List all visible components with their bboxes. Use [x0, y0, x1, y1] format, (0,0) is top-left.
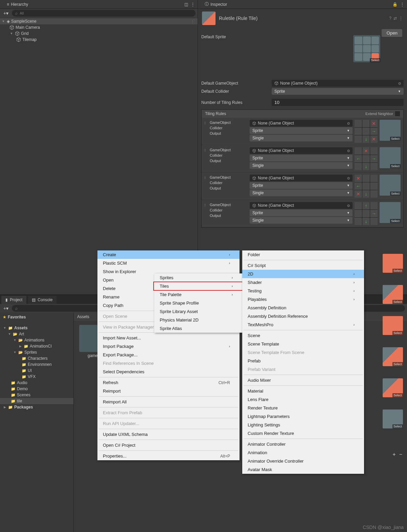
ui-folder[interactable]: 📁UI — [0, 368, 73, 374]
menu-audio-mixer[interactable]: Audio Mixer — [242, 376, 364, 384]
grid-cell[interactable] — [362, 155, 370, 162]
menu-prefab[interactable]: Prefab — [242, 357, 364, 365]
grid-cell[interactable] — [362, 120, 370, 127]
rule-gameobject-field[interactable]: None (Game Object⊙ — [250, 175, 353, 181]
grid-cell[interactable] — [370, 175, 378, 182]
vfx-folder[interactable]: 📁VFX — [0, 374, 73, 380]
animationcl-folder[interactable]: ▶📁AnimationCl — [0, 343, 73, 349]
menu-tiles[interactable]: Tiles› — [154, 282, 242, 290]
rule-neighbor-grid[interactable]: ✕←✕↓ — [355, 175, 378, 198]
menu-icon[interactable]: ⋮ — [191, 2, 195, 7]
menu-assembly-def[interactable]: Assembly Definition — [242, 304, 364, 312]
menu-scene-template[interactable]: Scene Template — [242, 340, 364, 348]
rule-collider-dropdown[interactable]: Sprite▼ — [250, 209, 353, 216]
grid-cell[interactable] — [355, 147, 362, 155]
menu-lens-flare[interactable]: Lens Flare — [242, 395, 364, 404]
menu-render-texture[interactable]: Render Texture — [242, 404, 364, 412]
tiling-rule-item[interactable]: ≡≡ GameObject Collider Output None (Game… — [202, 200, 403, 227]
menu-select-dependencies[interactable]: Select Dependencies — [97, 368, 240, 376]
rule-gameobject-field[interactable]: None (Game Object⊙ — [250, 120, 353, 127]
tiling-rule-item[interactable]: ≡≡ GameObject Collider Output None (Game… — [202, 173, 403, 200]
drag-handle[interactable]: ≡≡ — [204, 175, 208, 179]
menu-sprites[interactable]: Sprites› — [154, 273, 242, 282]
menu-import-new-asset[interactable]: Import New Asset... — [97, 334, 240, 342]
menu-tile-palette[interactable]: Tile Palette› — [154, 290, 242, 299]
menu-sprite-atlas[interactable]: Sprite Atlas — [154, 324, 242, 333]
item-menu[interactable]: ⋮ — [191, 20, 196, 23]
preset-icon[interactable]: ⇄ — [393, 16, 397, 21]
menu-animation[interactable]: Animation — [242, 448, 364, 457]
search-input[interactable] — [20, 11, 192, 15]
menu-shader[interactable]: Shader› — [242, 278, 364, 287]
menu-playables[interactable]: Playables› — [242, 295, 364, 304]
grid-cell[interactable] — [370, 202, 378, 209]
menu-textmeshpro[interactable]: TextMeshPro› — [242, 320, 364, 329]
grid-cell[interactable] — [362, 182, 370, 190]
menu-custom-render-texture[interactable]: Custom Render Texture — [242, 429, 364, 438]
main-camera-item[interactable]: Main Camera — [0, 24, 198, 30]
rule-thumb[interactable]: Select — [383, 409, 403, 428]
grid-cell[interactable] — [355, 210, 362, 217]
grid-cell[interactable] — [370, 182, 378, 190]
grid-cell[interactable] — [355, 135, 362, 143]
tilemap-item[interactable]: Tilemap — [0, 37, 198, 43]
rule-collider-dropdown[interactable]: Sprite▼ — [250, 182, 353, 189]
grid-cell[interactable]: → — [370, 128, 378, 135]
animations-folder[interactable]: ▼📂Animations — [0, 337, 73, 343]
grid-item[interactable]: ▼ Grid — [0, 30, 198, 37]
environment-folder[interactable]: 📁Environmnen — [0, 361, 73, 368]
grid-cell[interactable] — [355, 202, 362, 209]
grid-cell[interactable]: ↑ — [362, 202, 370, 209]
grid-cell[interactable]: ✕ — [370, 135, 378, 143]
menu-sprite-shape-profile[interactable]: Sprite Shape Profile — [154, 299, 242, 307]
tiling-rule-item[interactable]: ≡≡ GameObject Collider Output None (Game… — [202, 118, 403, 145]
grid-cell[interactable] — [355, 218, 362, 225]
menu-properties[interactable]: Properties...Alt+P — [97, 452, 240, 460]
menu-icon[interactable]: ⋮ — [399, 16, 403, 21]
menu-material[interactable]: Material — [242, 387, 364, 395]
rule-gameobject-field[interactable]: None (Game Object⊙ — [250, 202, 353, 209]
grid-cell[interactable] — [362, 128, 370, 135]
add-button[interactable]: +▾ — [2, 306, 10, 311]
characters-folder[interactable]: 📁Characters — [0, 355, 73, 361]
grid-cell[interactable] — [370, 147, 378, 155]
console-tab[interactable]: ▤Console — [28, 296, 56, 304]
grid-cell[interactable]: ✕ — [355, 175, 362, 182]
remove-rule-button[interactable]: − — [399, 451, 402, 458]
default-sprite-preview[interactable]: Select — [353, 35, 380, 62]
grid-cell[interactable] — [362, 175, 370, 182]
demo-folder[interactable]: 📁Demo — [0, 386, 73, 392]
rule-sprite-thumb[interactable]: Select — [380, 175, 401, 196]
inspector-tab[interactable]: ⓘ Inspector — [201, 0, 231, 8]
default-gameobject-field[interactable]: None (Game Object)⊙ — [272, 80, 404, 87]
menu-import-package[interactable]: Import Package› — [97, 342, 240, 351]
grid-cell[interactable]: ← — [355, 155, 362, 162]
menu-reimport-all[interactable]: Reimport All — [97, 398, 240, 406]
scene-item[interactable]: ▼ ◈ SampleScene ⋮ — [0, 18, 198, 24]
grid-cell[interactable]: → — [370, 210, 378, 217]
menu-plastic-scm[interactable]: Plastic SCM› — [97, 259, 240, 267]
menu-avatar-mask[interactable]: Avatar Mask — [242, 465, 364, 474]
drag-handle[interactable]: ≡≡ — [204, 147, 208, 152]
rule-output-dropdown[interactable]: Single▼ — [250, 190, 353, 196]
menu-refresh[interactable]: RefreshCtrl+R — [97, 378, 240, 387]
grid-cell[interactable]: ✕ — [370, 120, 378, 127]
menu-lighting-settings[interactable]: Lighting Settings — [242, 421, 364, 429]
grid-cell[interactable]: ↓ — [362, 163, 370, 170]
grid-cell[interactable]: ✕ — [355, 190, 362, 198]
grid-cell[interactable]: → — [370, 155, 378, 162]
grid-cell[interactable] — [370, 218, 378, 225]
default-collider-dropdown[interactable]: Sprite▼ — [272, 88, 404, 95]
rule-neighbor-grid[interactable]: ✕←→↓ — [355, 147, 378, 170]
extend-neighbor-checkbox[interactable] — [395, 111, 400, 116]
grid-cell[interactable] — [370, 190, 378, 198]
rule-thumb[interactable]: Select — [383, 254, 403, 273]
grid-cell[interactable] — [370, 163, 378, 170]
rule-thumb[interactable]: Select — [383, 347, 403, 366]
sprites-folder[interactable]: ▼📂Sprites — [0, 349, 73, 355]
menu-reimport[interactable]: Reimport — [97, 387, 240, 395]
rule-output-dropdown[interactable]: Single▼ — [250, 217, 353, 224]
menu-export-package[interactable]: Export Package... — [97, 351, 240, 359]
grid-cell[interactable] — [355, 163, 362, 170]
menu-physics-material-2d[interactable]: Physics Material 2D — [154, 316, 242, 324]
